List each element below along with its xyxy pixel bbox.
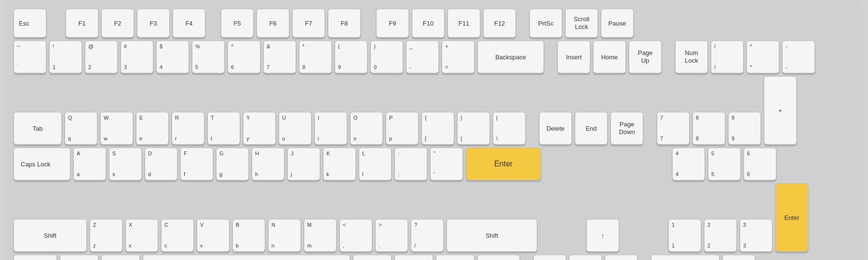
key-5[interactable]: % 5 xyxy=(192,41,225,73)
key-4[interactable]: $ 4 xyxy=(156,41,189,73)
key-pageup[interactable]: PageUp xyxy=(629,41,662,73)
key-q[interactable]: Q q xyxy=(65,112,97,145)
key-y[interactable]: Y y xyxy=(243,112,276,145)
key-altgr[interactable]: AltGr xyxy=(353,255,392,260)
key-left-win[interactable]: Win xyxy=(60,255,98,260)
key-rbracket[interactable]: } ] xyxy=(457,112,490,145)
key-numpad-enter[interactable]: Enter xyxy=(775,183,808,252)
key-left[interactable]: ← xyxy=(533,255,566,260)
key-right-win[interactable]: Win xyxy=(394,255,433,260)
key-end[interactable]: End xyxy=(575,112,608,145)
key-numpad-9[interactable]: 9 9 xyxy=(728,112,761,145)
key-left-ctrl[interactable]: Ctrl xyxy=(14,255,57,260)
key-numlock[interactable]: NumLock xyxy=(675,41,708,73)
key-pause[interactable]: Pause xyxy=(601,9,634,38)
key-capslock[interactable]: Caps Lock xyxy=(14,148,70,180)
key-numpad-plus[interactable]: + xyxy=(764,76,797,145)
key-minus[interactable]: _ - xyxy=(406,41,439,73)
key-right[interactable]: → xyxy=(605,255,637,260)
key-comma[interactable]: < , xyxy=(339,219,372,252)
key-tab[interactable]: Tab xyxy=(14,112,62,145)
key-9[interactable]: ( 9 xyxy=(335,41,367,73)
key-semicolon[interactable]: : ; xyxy=(394,148,427,180)
key-g[interactable]: G g xyxy=(216,148,249,180)
key-menu[interactable]: Menu xyxy=(436,255,475,260)
key-insert[interactable]: Insert xyxy=(557,41,590,73)
key-numpad-2[interactable]: 2 2 xyxy=(704,219,737,252)
key-down[interactable]: ↓ xyxy=(569,255,602,260)
key-left-alt[interactable]: Alt xyxy=(101,255,140,260)
key-6[interactable]: ^ 6 xyxy=(228,41,260,73)
key-1[interactable]: ! 1 xyxy=(49,41,82,73)
key-f3[interactable]: F3 xyxy=(137,9,170,38)
key-u[interactable]: U u xyxy=(279,112,312,145)
key-h[interactable]: H h xyxy=(252,148,285,180)
key-8[interactable]: * 8 xyxy=(299,41,332,73)
key-2[interactable]: @ 2 xyxy=(85,41,118,73)
key-lbracket[interactable]: { [ xyxy=(421,112,454,145)
key-a[interactable]: A a xyxy=(73,148,106,180)
key-backtick[interactable]: ~ ` xyxy=(14,41,46,73)
key-v[interactable]: V v xyxy=(197,219,230,252)
key-pagedown[interactable]: PageDown xyxy=(610,112,643,145)
key-s[interactable]: S s xyxy=(109,148,142,180)
key-up[interactable]: ↑ xyxy=(586,219,619,252)
key-w[interactable]: W w xyxy=(100,112,133,145)
key-slash[interactable]: ? / xyxy=(411,219,444,252)
key-numpad-minus[interactable]: - - xyxy=(782,41,815,73)
key-space[interactable] xyxy=(143,255,350,260)
key-numpad-4[interactable]: 4 4 xyxy=(672,148,705,180)
key-numpad-8[interactable]: 8 8 xyxy=(692,112,725,145)
key-o[interactable]: O o xyxy=(350,112,383,145)
key-enter[interactable]: Enter xyxy=(466,148,541,180)
key-numpad-slash[interactable]: / / xyxy=(711,41,744,73)
key-left-shift[interactable]: Shift xyxy=(14,219,87,252)
key-7[interactable]: & 7 xyxy=(263,41,296,73)
key-3[interactable]: # 3 xyxy=(121,41,153,73)
key-numpad-1[interactable]: 1 1 xyxy=(668,219,701,252)
key-numpad-dot[interactable]: . . xyxy=(722,255,755,260)
key-delete[interactable]: Delete xyxy=(539,112,572,145)
key-f12[interactable]: F12 xyxy=(483,9,516,38)
key-f9[interactable]: F9 xyxy=(376,9,409,38)
key-backspace[interactable]: Backspace xyxy=(477,41,544,73)
key-f6[interactable]: F6 xyxy=(257,9,289,38)
key-f4[interactable]: F4 xyxy=(173,9,205,38)
key-esc[interactable]: Esc xyxy=(14,9,46,38)
key-numpad-asterisk[interactable]: * * xyxy=(746,41,779,73)
key-p[interactable]: P p xyxy=(386,112,419,145)
key-f1[interactable]: F1 xyxy=(66,9,98,38)
key-f[interactable]: F f xyxy=(180,148,213,180)
key-scrolllock[interactable]: ScrollLock xyxy=(565,9,598,38)
key-right-shift[interactable]: Shift xyxy=(447,219,537,252)
key-f2[interactable]: F2 xyxy=(101,9,134,38)
key-numpad-5[interactable]: 5 5 xyxy=(708,148,741,180)
key-n[interactable]: N n xyxy=(268,219,301,252)
key-prtsc[interactable]: PrtSc xyxy=(529,9,562,38)
key-r[interactable]: R r xyxy=(172,112,204,145)
key-i[interactable]: I i xyxy=(314,112,347,145)
key-f8[interactable]: F8 xyxy=(328,9,361,38)
key-backslash[interactable]: | \ xyxy=(493,112,526,145)
key-m[interactable]: M m xyxy=(304,219,337,252)
key-b[interactable]: B b xyxy=(232,219,265,252)
key-z[interactable]: Z z xyxy=(90,219,122,252)
key-0[interactable]: ) 0 xyxy=(370,41,403,73)
key-k[interactable]: K k xyxy=(323,148,356,180)
key-period[interactable]: > . xyxy=(375,219,408,252)
key-t[interactable]: T t xyxy=(207,112,240,145)
key-f5[interactable]: F5 xyxy=(221,9,254,38)
key-f10[interactable]: F10 xyxy=(412,9,445,38)
key-l[interactable]: L l xyxy=(359,148,392,180)
key-numpad-7[interactable]: 7 7 xyxy=(657,112,690,145)
key-quote[interactable]: " ' xyxy=(430,148,463,180)
key-numpad-3[interactable]: 3 3 xyxy=(740,219,773,252)
key-j[interactable]: J j xyxy=(287,148,320,180)
key-home[interactable]: Home xyxy=(593,41,626,73)
key-numpad-6[interactable]: 6 6 xyxy=(744,148,776,180)
key-d[interactable]: D d xyxy=(145,148,177,180)
key-x[interactable]: X x xyxy=(125,219,158,252)
key-right-ctrl[interactable]: Ctrl xyxy=(477,255,520,260)
key-equals[interactable]: + = xyxy=(442,41,475,73)
key-e[interactable]: E e xyxy=(136,112,169,145)
